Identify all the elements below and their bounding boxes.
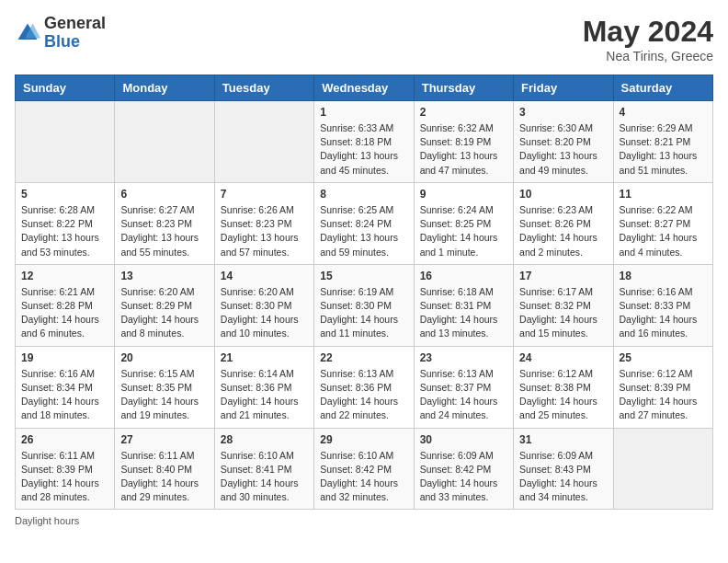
day-number: 28 — [221, 433, 308, 446]
day-number: 16 — [420, 270, 507, 282]
day-info: Sunrise: 6:26 AMSunset: 8:23 PMDaylight:… — [221, 203, 308, 259]
day-number: 4 — [620, 106, 707, 119]
calendar-cell: 6Sunrise: 6:27 AMSunset: 8:23 PMDaylight… — [115, 182, 214, 264]
day-info: Sunrise: 6:21 AMSunset: 8:28 PMDaylight:… — [21, 285, 108, 341]
calendar-cell: 11Sunrise: 6:22 AMSunset: 8:27 PMDayligh… — [613, 182, 712, 264]
day-info: Sunrise: 6:12 AMSunset: 8:39 PMDaylight:… — [620, 367, 707, 423]
weekday-header-row: SundayMondayTuesdayWednesdayThursdayFrid… — [16, 75, 713, 101]
day-info: Sunrise: 6:13 AMSunset: 8:37 PMDaylight:… — [420, 367, 507, 423]
day-info: Sunrise: 6:33 AMSunset: 8:18 PMDaylight:… — [320, 121, 407, 178]
footer-note: Daylight hours — [15, 515, 713, 526]
calendar-cell: 12Sunrise: 6:21 AMSunset: 8:28 PMDayligh… — [16, 264, 115, 346]
day-number: 1 — [320, 106, 407, 119]
calendar-cell — [115, 101, 214, 183]
calendar: SundayMondayTuesdayWednesdayThursdayFrid… — [15, 75, 713, 510]
day-number: 10 — [519, 188, 607, 201]
day-info: Sunrise: 6:20 AMSunset: 8:30 PMDaylight:… — [221, 285, 308, 341]
day-number: 26 — [21, 433, 108, 446]
calendar-cell: 23Sunrise: 6:13 AMSunset: 8:37 PMDayligh… — [414, 346, 513, 428]
day-info: Sunrise: 6:14 AMSunset: 8:36 PMDaylight:… — [221, 367, 308, 423]
calendar-cell: 9Sunrise: 6:24 AMSunset: 8:25 PMDaylight… — [414, 182, 513, 264]
calendar-cell: 8Sunrise: 6:25 AMSunset: 8:24 PMDaylight… — [314, 182, 414, 264]
day-info: Sunrise: 6:19 AMSunset: 8:30 PMDaylight:… — [320, 285, 407, 341]
weekday-header: Monday — [115, 75, 214, 101]
calendar-cell: 30Sunrise: 6:09 AMSunset: 8:42 PMDayligh… — [414, 428, 513, 510]
calendar-week: 19Sunrise: 6:16 AMSunset: 8:34 PMDayligh… — [16, 346, 713, 428]
calendar-cell: 31Sunrise: 6:09 AMSunset: 8:43 PMDayligh… — [514, 428, 613, 510]
weekday-header: Thursday — [414, 75, 513, 101]
day-info: Sunrise: 6:29 AMSunset: 8:21 PMDaylight:… — [620, 121, 707, 178]
title-block: May 2024 Nea Tirins, Greece — [583, 15, 713, 63]
logo: General Blue — [15, 15, 106, 52]
calendar-cell: 14Sunrise: 6:20 AMSunset: 8:30 PMDayligh… — [214, 264, 313, 346]
calendar-cell: 13Sunrise: 6:20 AMSunset: 8:29 PMDayligh… — [115, 264, 214, 346]
day-number: 3 — [519, 106, 607, 119]
day-info: Sunrise: 6:15 AMSunset: 8:35 PMDaylight:… — [120, 367, 208, 423]
day-number: 27 — [120, 433, 208, 446]
day-info: Sunrise: 6:16 AMSunset: 8:33 PMDaylight:… — [620, 285, 707, 341]
calendar-cell: 18Sunrise: 6:16 AMSunset: 8:33 PMDayligh… — [613, 264, 712, 346]
calendar-cell: 16Sunrise: 6:18 AMSunset: 8:31 PMDayligh… — [414, 264, 513, 346]
day-number: 29 — [320, 433, 407, 446]
calendar-cell: 21Sunrise: 6:14 AMSunset: 8:36 PMDayligh… — [214, 346, 313, 428]
calendar-cell: 25Sunrise: 6:12 AMSunset: 8:39 PMDayligh… — [613, 346, 712, 428]
calendar-cell: 15Sunrise: 6:19 AMSunset: 8:30 PMDayligh… — [314, 264, 414, 346]
logo-blue: Blue — [44, 33, 106, 52]
day-info: Sunrise: 6:10 AMSunset: 8:42 PMDaylight:… — [320, 449, 407, 505]
calendar-cell: 10Sunrise: 6:23 AMSunset: 8:26 PMDayligh… — [514, 182, 613, 264]
calendar-cell: 19Sunrise: 6:16 AMSunset: 8:34 PMDayligh… — [16, 346, 115, 428]
day-info: Sunrise: 6:20 AMSunset: 8:29 PMDaylight:… — [120, 285, 208, 341]
logo-text: General Blue — [44, 15, 106, 52]
calendar-cell: 22Sunrise: 6:13 AMSunset: 8:36 PMDayligh… — [314, 346, 414, 428]
day-number: 19 — [21, 351, 108, 364]
day-number: 24 — [519, 351, 607, 364]
day-info: Sunrise: 6:11 AMSunset: 8:40 PMDaylight:… — [120, 449, 208, 505]
calendar-week: 5Sunrise: 6:28 AMSunset: 8:22 PMDaylight… — [16, 182, 713, 264]
calendar-cell: 2Sunrise: 6:32 AMSunset: 8:19 PMDaylight… — [414, 101, 513, 183]
day-number: 6 — [120, 188, 208, 201]
day-info: Sunrise: 6:32 AMSunset: 8:19 PMDaylight:… — [420, 121, 507, 178]
day-info: Sunrise: 6:25 AMSunset: 8:24 PMDaylight:… — [320, 203, 407, 259]
day-info: Sunrise: 6:18 AMSunset: 8:31 PMDaylight:… — [420, 285, 507, 341]
day-info: Sunrise: 6:30 AMSunset: 8:20 PMDaylight:… — [519, 121, 607, 178]
month-title: May 2024 — [583, 15, 713, 49]
calendar-cell: 24Sunrise: 6:12 AMSunset: 8:38 PMDayligh… — [514, 346, 613, 428]
day-info: Sunrise: 6:09 AMSunset: 8:43 PMDaylight:… — [519, 449, 607, 505]
calendar-week: 12Sunrise: 6:21 AMSunset: 8:28 PMDayligh… — [16, 264, 713, 346]
calendar-cell: 27Sunrise: 6:11 AMSunset: 8:40 PMDayligh… — [115, 428, 214, 510]
logo-general: General — [44, 15, 106, 33]
day-info: Sunrise: 6:27 AMSunset: 8:23 PMDaylight:… — [120, 203, 208, 259]
calendar-week: 26Sunrise: 6:11 AMSunset: 8:39 PMDayligh… — [16, 428, 713, 510]
location: Nea Tirins, Greece — [583, 49, 713, 63]
calendar-cell: 3Sunrise: 6:30 AMSunset: 8:20 PMDaylight… — [514, 101, 613, 183]
day-number: 17 — [519, 270, 607, 282]
day-number: 12 — [21, 270, 108, 282]
day-number: 5 — [21, 188, 108, 201]
calendar-cell — [16, 101, 115, 183]
day-number: 25 — [620, 351, 707, 364]
day-number: 20 — [120, 351, 208, 364]
calendar-cell: 1Sunrise: 6:33 AMSunset: 8:18 PMDaylight… — [314, 101, 414, 183]
day-info: Sunrise: 6:28 AMSunset: 8:22 PMDaylight:… — [21, 203, 108, 259]
logo-icon — [15, 20, 40, 46]
weekday-header: Wednesday — [314, 75, 414, 101]
day-number: 22 — [320, 351, 407, 364]
day-number: 30 — [420, 433, 507, 446]
day-info: Sunrise: 6:13 AMSunset: 8:36 PMDaylight:… — [320, 367, 407, 423]
day-number: 9 — [420, 188, 507, 201]
day-info: Sunrise: 6:24 AMSunset: 8:25 PMDaylight:… — [420, 203, 507, 259]
weekday-header: Tuesday — [214, 75, 313, 101]
calendar-cell — [214, 101, 313, 183]
day-number: 14 — [221, 270, 308, 282]
calendar-cell: 28Sunrise: 6:10 AMSunset: 8:41 PMDayligh… — [214, 428, 313, 510]
calendar-cell — [613, 428, 712, 510]
day-number: 8 — [320, 188, 407, 201]
day-number: 15 — [320, 270, 407, 282]
day-number: 11 — [620, 188, 707, 201]
calendar-cell: 20Sunrise: 6:15 AMSunset: 8:35 PMDayligh… — [115, 346, 214, 428]
calendar-week: 1Sunrise: 6:33 AMSunset: 8:18 PMDaylight… — [16, 101, 713, 183]
weekday-header: Saturday — [613, 75, 712, 101]
day-info: Sunrise: 6:09 AMSunset: 8:42 PMDaylight:… — [420, 449, 507, 505]
day-number: 31 — [519, 433, 607, 446]
calendar-cell: 17Sunrise: 6:17 AMSunset: 8:32 PMDayligh… — [514, 264, 613, 346]
